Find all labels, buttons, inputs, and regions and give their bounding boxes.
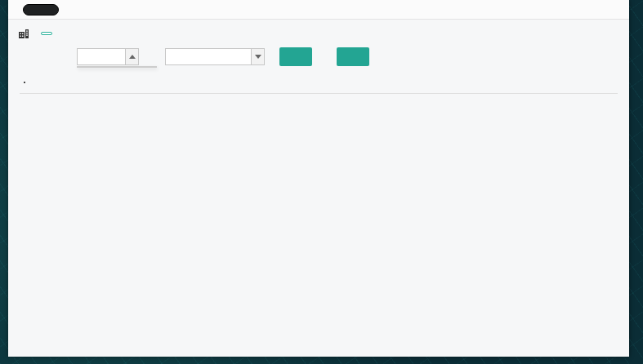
chevron-down-icon[interactable] xyxy=(251,49,264,64)
view-tabs xyxy=(25,77,39,82)
query-button[interactable] xyxy=(279,47,312,66)
aqi-switch-group xyxy=(18,0,59,19)
chart-svg xyxy=(8,114,629,328)
datazoom-slider[interactable] xyxy=(118,337,549,353)
divider xyxy=(20,93,618,94)
time-range-select[interactable] xyxy=(165,48,265,65)
close-icon[interactable] xyxy=(613,0,629,19)
export-button[interactable] xyxy=(337,47,369,66)
compare-button[interactable] xyxy=(41,32,52,35)
top-navbar xyxy=(8,0,629,20)
data-type-select[interactable] xyxy=(77,48,139,65)
data-type-dropdown-list xyxy=(77,66,157,68)
station-row xyxy=(18,28,52,39)
main-panel xyxy=(8,0,629,357)
chart-area[interactable] xyxy=(8,114,629,328)
chevron-up-icon[interactable] xyxy=(125,49,138,64)
datazoom-svg xyxy=(118,337,549,353)
building-icon xyxy=(18,28,29,39)
app-background xyxy=(0,0,643,364)
aqi-toggle[interactable] xyxy=(23,4,59,16)
